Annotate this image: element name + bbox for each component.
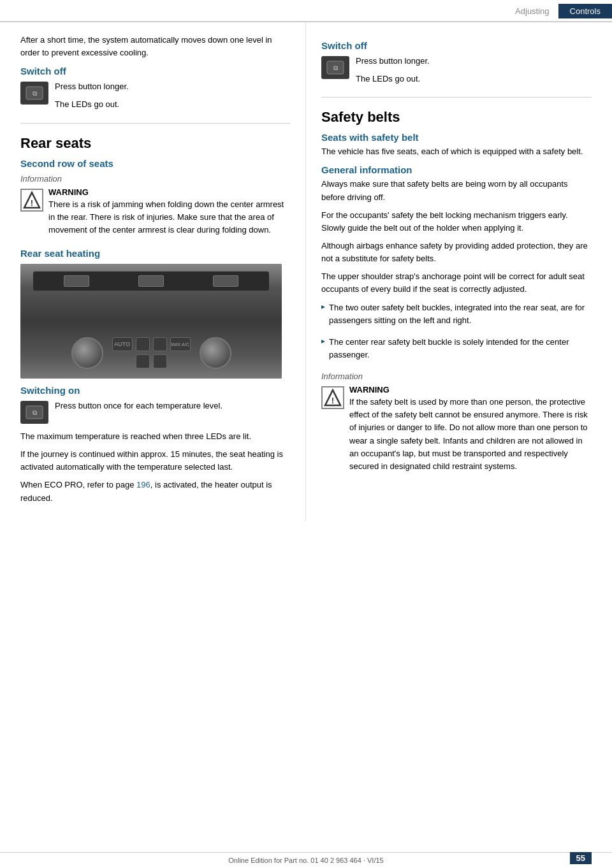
- safety-belts-title: Safety belts: [321, 109, 592, 126]
- footer-text: Online Edition for Part no. 01 40 2 963 …: [228, 857, 383, 864]
- rear-seats-title: Rear seats: [20, 135, 290, 152]
- switch-button-icon-1: ⧉: [20, 82, 48, 105]
- second-row-subtitle: Second row of seats: [20, 158, 290, 169]
- svg-text:⧉: ⧉: [33, 409, 37, 416]
- eco-pro-text: When ECO PRO, refer to page 196, is acti…: [20, 479, 290, 504]
- heating-image: AUTO MAX A/C: [20, 264, 282, 379]
- triangle-warning-icon-2: !: [324, 389, 342, 407]
- switch-off-text-1: Press button longer. The LEDs go out.: [55, 80, 129, 116]
- switch-off-box-1: ⧉ Press button longer. The LEDs go out.: [20, 80, 290, 116]
- left-column: After a short time, the system automatic…: [0, 22, 306, 521]
- eco-pro-link[interactable]: 196: [136, 480, 150, 489]
- seat-heat-icon-3: ⧉: [326, 60, 344, 75]
- switch-button-icon-2: ⧉: [20, 401, 48, 424]
- bullet-item-1: ▸ The two outer safety belt buckles, int…: [321, 301, 592, 332]
- information-label-2: Information: [321, 372, 592, 381]
- bullet-arrow-2: ▸: [321, 336, 325, 345]
- information-label-1: Information: [20, 174, 290, 184]
- header-adjusting: Adjusting: [506, 4, 558, 18]
- svg-text:⧉: ⧉: [333, 64, 338, 71]
- seat-heat-icon-2: ⧉: [26, 405, 43, 420]
- seat-heat-icon: ⧉: [26, 85, 43, 101]
- rear-seat-heating-subtitle: Rear seat heating: [20, 248, 290, 259]
- switch-button-icon-3: ⧉: [321, 56, 349, 79]
- main-content: After a short time, the system automatic…: [0, 22, 612, 521]
- page-header: Adjusting Controls: [0, 0, 612, 22]
- switch-off-label-2: Switch off: [321, 40, 592, 51]
- warning-box-1: ! WARNING There is a risk of jamming whe…: [20, 187, 290, 242]
- triangle-warning-icon: !: [23, 191, 41, 209]
- bullet-item-2: ▸ The center rear safety belt buckle is …: [321, 336, 592, 366]
- switching-on-box: ⧉ Press button once for each temperature…: [20, 400, 290, 424]
- warning-box-2: ! WARNING If the safety belt is used by …: [321, 385, 592, 478]
- bullet-text-1: The two outer safety belt buckles, integ…: [329, 301, 592, 327]
- switch-off-box-2: ⧉ Press button longer. The LEDs go out.: [321, 55, 592, 90]
- max-temp-text: The maximum temperature is reached when …: [20, 430, 290, 443]
- svg-text:!: !: [31, 198, 33, 208]
- seats-text: The vehicle has five seats, each of whic…: [321, 145, 592, 158]
- bullet-arrow-1: ▸: [321, 302, 325, 311]
- switching-on-text: Press button once for each temperature l…: [55, 400, 222, 417]
- warning-content-1: WARNING There is a risk of jamming when …: [48, 187, 290, 242]
- gen-info-para4: The upper shoulder strap's anchorage poi…: [321, 270, 592, 296]
- page-footer: Online Edition for Part no. 01 40 2 963 …: [0, 852, 612, 868]
- switching-on-label: Switching on: [20, 385, 290, 396]
- seats-with-safety-belt-subtitle: Seats with safety belt: [321, 132, 592, 143]
- warning-icon-1: !: [20, 189, 43, 212]
- gen-info-para1: Always make sure that safety belts are b…: [321, 178, 592, 203]
- page-number: 55: [570, 852, 592, 864]
- divider-2: [321, 97, 592, 98]
- svg-text:!: !: [332, 396, 334, 405]
- switch-off-label-1: Switch off: [20, 66, 290, 76]
- svg-text:⧉: ⧉: [33, 90, 37, 97]
- warning-icon-2: !: [321, 386, 344, 409]
- gen-info-para2: For the occupants' safety the belt locki…: [321, 209, 592, 235]
- gen-info-para3: Although airbags enhance safety by provi…: [321, 240, 592, 265]
- divider-1: [20, 123, 290, 124]
- intro-paragraph: After a short time, the system automatic…: [20, 34, 290, 59]
- bullet-text-2: The center rear safety belt buckle is so…: [329, 336, 592, 361]
- switch-off-text-2: Press button longer. The LEDs go out.: [356, 55, 430, 90]
- warning-content-2: WARNING If the safety belt is used by mo…: [349, 385, 592, 478]
- journey-text: If the journey is continued within appro…: [20, 448, 290, 474]
- header-controls: Controls: [558, 4, 612, 18]
- general-information-subtitle: General information: [321, 164, 592, 175]
- right-column: Switch off ⧉ Press button longer. The LE…: [306, 22, 612, 521]
- heating-image-inner: AUTO MAX A/C: [20, 264, 282, 379]
